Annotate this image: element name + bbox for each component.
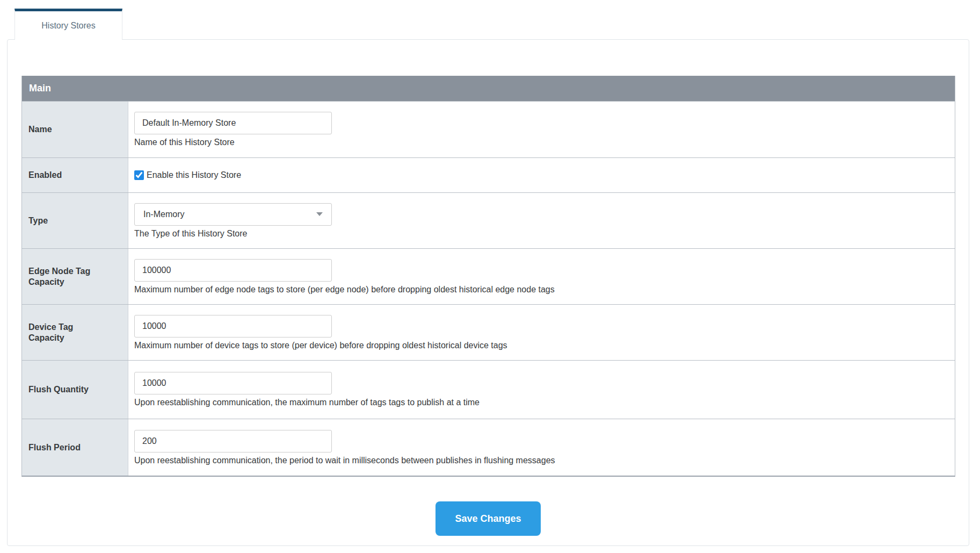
flush-period-help: Upon reestablishing communication, the p… [134,456,955,465]
save-changes-button[interactable]: Save Changes [435,501,541,536]
row-type: Type In-Memory The Type of this History … [22,192,955,248]
row-flush-quantity: Flush Quantity Upon reestablishing commu… [22,360,955,419]
type-label: Type [22,193,128,248]
main-settings-table: Main Name Name of this History Store Ena… [21,76,955,477]
flush-period-input[interactable] [134,430,332,453]
caret-down-icon [316,212,323,216]
flush-quantity-label: Flush Quantity [22,361,128,419]
settings-panel: Main Name Name of this History Store Ena… [7,39,969,546]
flush-quantity-input[interactable] [134,372,332,394]
enabled-label: Enabled [22,158,128,192]
name-label: Name [22,102,128,157]
type-select-value: In-Memory [143,210,184,219]
name-input[interactable] [134,112,332,134]
row-name: Name Name of this History Store [22,101,955,157]
row-edge-node-tag-capacity: Edge Node Tag Capacity Maximum number of… [22,248,955,304]
enabled-checkbox[interactable] [134,170,144,180]
device-tag-capacity-label: Device Tag Capacity [22,305,128,360]
name-help: Name of this History Store [134,138,955,147]
row-device-tag-capacity: Device Tag Capacity Maximum number of de… [22,304,955,360]
device-tag-capacity-help: Maximum number of device tags to store (… [134,341,955,350]
edge-node-tag-capacity-input[interactable] [134,259,332,282]
row-enabled: Enabled Enable this History Store [22,157,955,192]
row-flush-period: Flush Period Upon reestablishing communi… [22,419,955,476]
tab-history-stores[interactable]: History Stores [14,9,122,40]
section-header: Main [22,76,955,101]
flush-period-label: Flush Period [22,419,128,476]
type-select[interactable]: In-Memory [134,203,332,226]
section-title: Main [29,83,51,94]
edge-node-tag-capacity-label: Edge Node Tag Capacity [22,249,128,304]
flush-quantity-help: Upon reestablishing communication, the m… [134,398,955,407]
type-help: The Type of this History Store [134,229,955,239]
tab-label: History Stores [41,21,95,31]
enabled-checkbox-label: Enable this History Store [147,170,241,180]
device-tag-capacity-input[interactable] [134,315,332,337]
edge-node-tag-capacity-help: Maximum number of edge node tags to stor… [134,285,955,295]
